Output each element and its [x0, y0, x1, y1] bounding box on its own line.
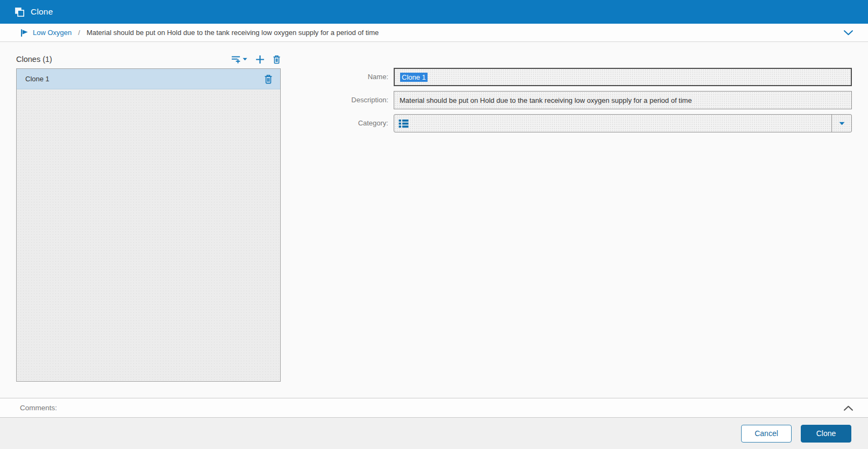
name-label: Name: [281, 68, 394, 86]
clones-panel: Clones (1) [16, 53, 281, 398]
breadcrumb: Low Oxygen / Material should be put on H… [0, 24, 868, 42]
clones-toolbar [231, 54, 281, 64]
footer: Cancel Clone [0, 418, 868, 449]
main-content: Clones (1) [0, 42, 868, 398]
trash-icon[interactable] [264, 74, 273, 84]
description-row: Description: Material should be put on H… [281, 91, 852, 109]
description-label: Description: [281, 91, 394, 109]
category-label: Category: [281, 114, 394, 132]
breadcrumb-link[interactable]: Low Oxygen [33, 29, 72, 37]
name-input-selected-text: Clone 1 [400, 73, 428, 82]
clone-button[interactable]: Clone [801, 425, 851, 443]
trash-icon[interactable] [273, 54, 281, 64]
page-title: Clone [31, 7, 53, 17]
category-value-area[interactable] [394, 115, 831, 132]
clone-item-label: Clone 1 [25, 75, 49, 83]
category-row: Category: [281, 114, 852, 132]
clone-form: Name: Clone 1 Description: Material shou… [281, 68, 852, 398]
titlebar: Clone [0, 0, 868, 24]
comments-bar: Comments: [0, 398, 868, 418]
name-input[interactable]: Clone 1 [394, 68, 852, 86]
caret-down-icon [839, 122, 845, 125]
category-list-icon [399, 119, 409, 128]
category-dropdown-button[interactable] [831, 115, 851, 132]
name-row: Name: Clone 1 [281, 68, 852, 86]
comments-label: Comments: [20, 404, 57, 412]
clone-list[interactable]: Clone 1 [16, 68, 281, 382]
breadcrumb-current: Material should be put on Hold due to th… [87, 29, 379, 37]
category-input[interactable] [394, 114, 852, 132]
list-item-clone-1[interactable]: Clone 1 [17, 69, 280, 89]
cancel-button[interactable]: Cancel [741, 425, 792, 443]
breadcrumb-separator: / [78, 29, 80, 37]
description-input[interactable]: Material should be put on Hold due to th… [394, 91, 852, 109]
plus-icon[interactable] [255, 55, 265, 64]
chevron-up-icon[interactable] [844, 405, 853, 411]
clone-copies-icon [15, 7, 25, 17]
caret-down-icon [243, 58, 247, 61]
clones-panel-title: Clones (1) [16, 55, 52, 64]
add-filter-button[interactable] [231, 54, 247, 64]
description-input-text: Material should be put on Hold due to th… [400, 96, 692, 104]
chevron-down-icon[interactable] [844, 30, 853, 36]
clones-panel-header: Clones (1) [16, 53, 281, 68]
flag-icon [20, 29, 29, 37]
add-filter-icon [231, 54, 241, 64]
